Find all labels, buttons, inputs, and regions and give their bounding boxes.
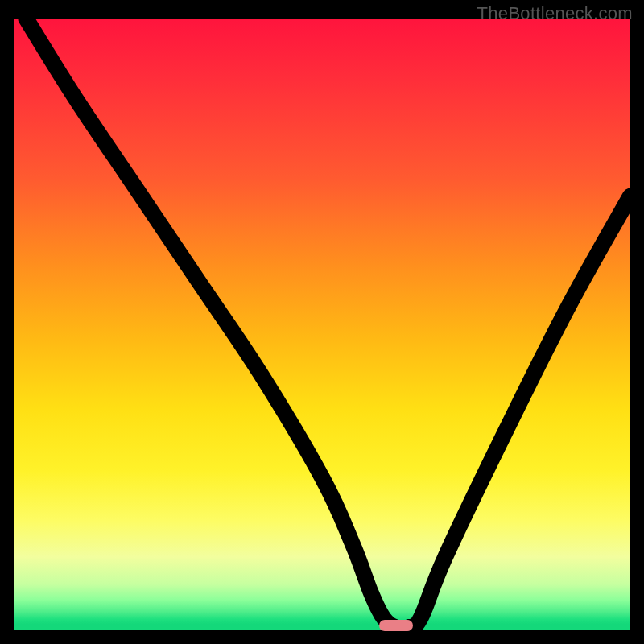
curve-path: [26, 19, 630, 629]
watermark-text: TheBottleneck.com: [477, 3, 633, 24]
optimal-marker: [379, 620, 413, 631]
plot-area: [14, 19, 630, 630]
frame: TheBottleneck.com: [0, 0, 644, 644]
bottleneck-curve: [14, 19, 630, 630]
